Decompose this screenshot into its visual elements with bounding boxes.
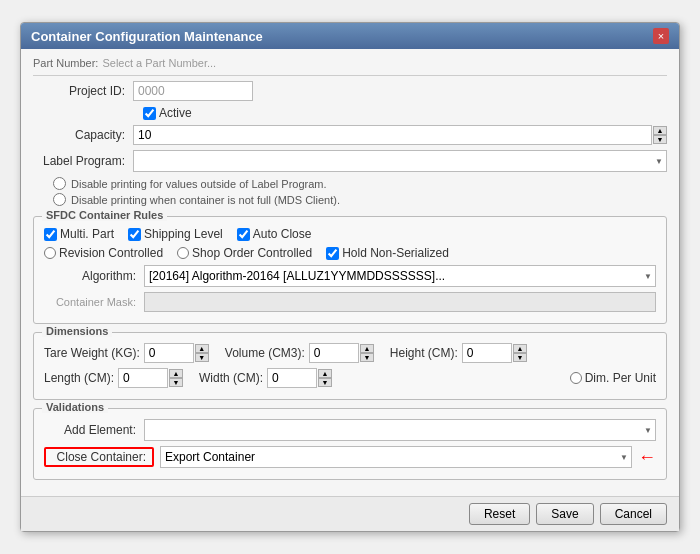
algorithm-select-wrapper: [20164] Algorithm-20164 [ALLUZ1YYMMDDSSS… [144,265,656,287]
add-element-label: Add Element: [44,423,144,437]
sfdc-row1: Multi. Part Shipping Level Auto Close [44,227,656,241]
save-button[interactable]: Save [536,503,593,525]
label-program-select[interactable] [133,150,667,172]
close-container-row: Close Container: Export Container ← [44,446,656,468]
volume-input[interactable] [309,343,359,363]
volume-up-btn[interactable]: ▲ [360,344,374,353]
multi-part-text: Multi. Part [60,227,114,241]
width-input[interactable] [267,368,317,388]
capacity-spinner-wrapper: ▲ ▼ [133,125,667,145]
active-label-text: Active [159,106,192,120]
height-input[interactable] [462,343,512,363]
close-button[interactable]: × [653,28,669,44]
part-number-row: Part Number: Select a Part Number... [33,57,667,76]
shop-order-controlled-radio[interactable] [177,247,189,259]
height-input-wrapper: ▲ ▼ [462,343,527,363]
print-option-2-radio[interactable] [53,193,66,206]
part-number-label: Part Number: [33,57,98,69]
shipping-level-label[interactable]: Shipping Level [128,227,223,241]
auto-close-text: Auto Close [253,227,312,241]
volume-input-wrapper: ▲ ▼ [309,343,374,363]
tare-weight-spinner: ▲ ▼ [195,344,209,362]
print-option-1-label: Disable printing for values outside of L… [71,178,327,190]
width-up-btn[interactable]: ▲ [318,369,332,378]
length-down-btn[interactable]: ▼ [169,378,183,387]
revision-controlled-label[interactable]: Revision Controlled [44,246,163,260]
dialog-container: Container Configuration Maintenance × Pa… [20,22,680,532]
tare-weight-down-btn[interactable]: ▼ [195,353,209,362]
height-spinner: ▲ ▼ [513,344,527,362]
validations-section: Validations Add Element: Close Container… [33,408,667,480]
dialog-title-bar: Container Configuration Maintenance × [21,23,679,49]
width-down-btn[interactable]: ▼ [318,378,332,387]
sfdc-row2: Revision Controlled Shop Order Controlle… [44,246,656,260]
dim-per-unit-label[interactable]: Dim. Per Unit [570,371,656,385]
multi-part-checkbox[interactable] [44,228,57,241]
active-checkbox[interactable] [143,107,156,120]
label-program-select-wrapper [133,150,667,172]
container-mask-row: Container Mask: [44,292,656,312]
tare-weight-label: Tare Weight (KG): [44,346,140,360]
add-element-row: Add Element: [44,419,656,441]
shipping-level-text: Shipping Level [144,227,223,241]
dimensions-row2: Length (CM): ▲ ▼ Width (CM): [44,368,656,388]
project-id-row: Project ID: [33,81,667,101]
active-row: Active [33,106,667,120]
tare-weight-field: Tare Weight (KG): ▲ ▼ [44,343,209,363]
volume-down-btn[interactable]: ▼ [360,353,374,362]
algorithm-label: Algorithm: [44,269,144,283]
length-spinner: ▲ ▼ [169,369,183,387]
auto-close-checkbox[interactable] [237,228,250,241]
shipping-level-checkbox[interactable] [128,228,141,241]
hold-non-serialized-checkbox[interactable] [326,247,339,260]
revision-controlled-radio[interactable] [44,247,56,259]
capacity-label: Capacity: [33,128,133,142]
capacity-spinner: ▲ ▼ [653,126,667,144]
hold-non-serialized-label[interactable]: Hold Non-Serialized [326,246,449,260]
height-field: Height (CM): ▲ ▼ [390,343,527,363]
shop-order-controlled-text: Shop Order Controlled [192,246,312,260]
capacity-row: Capacity: ▲ ▼ [33,125,667,145]
auto-close-label[interactable]: Auto Close [237,227,312,241]
algorithm-row: Algorithm: [20164] Algorithm-20164 [ALLU… [44,265,656,287]
tare-weight-input-wrapper: ▲ ▼ [144,343,209,363]
length-up-btn[interactable]: ▲ [169,369,183,378]
close-container-select[interactable]: Export Container [160,446,632,468]
container-mask-input[interactable] [144,292,656,312]
reset-button[interactable]: Reset [469,503,530,525]
label-program-row: Label Program: [33,150,667,172]
capacity-up-btn[interactable]: ▲ [653,126,667,135]
multi-part-label[interactable]: Multi. Part [44,227,114,241]
length-input-wrapper: ▲ ▼ [118,368,183,388]
project-id-label: Project ID: [33,84,133,98]
cancel-button[interactable]: Cancel [600,503,667,525]
height-down-btn[interactable]: ▼ [513,353,527,362]
project-id-input[interactable] [133,81,253,101]
length-input[interactable] [118,368,168,388]
print-option-1-radio[interactable] [53,177,66,190]
hold-non-serialized-text: Hold Non-Serialized [342,246,449,260]
add-element-select[interactable] [144,419,656,441]
dim-per-unit-text: Dim. Per Unit [585,371,656,385]
dialog-body: Part Number: Select a Part Number... Pro… [21,49,679,496]
dim-per-unit-radio[interactable] [570,372,582,384]
height-up-btn[interactable]: ▲ [513,344,527,353]
part-number-value: Select a Part Number... [102,57,216,69]
revision-controlled-text: Revision Controlled [59,246,163,260]
capacity-down-btn[interactable]: ▼ [653,135,667,144]
sfdc-section: SFDC Container Rules Multi. Part Shippin… [33,216,667,324]
print-option-2: Disable printing when container is not f… [53,193,667,206]
active-checkbox-label[interactable]: Active [143,106,667,120]
shop-order-controlled-label[interactable]: Shop Order Controlled [177,246,312,260]
volume-label: Volume (CM3): [225,346,305,360]
capacity-input[interactable] [133,125,652,145]
add-element-select-wrapper [144,419,656,441]
footer-buttons: Reset Save Cancel [21,496,679,531]
algorithm-select[interactable]: [20164] Algorithm-20164 [ALLUZ1YYMMDDSSS… [144,265,656,287]
arrow-indicator: ← [638,447,656,468]
close-container-label: Close Container: [44,447,154,467]
tare-weight-input[interactable] [144,343,194,363]
tare-weight-up-btn[interactable]: ▲ [195,344,209,353]
width-field: Width (CM): ▲ ▼ [199,368,332,388]
length-label: Length (CM): [44,371,114,385]
